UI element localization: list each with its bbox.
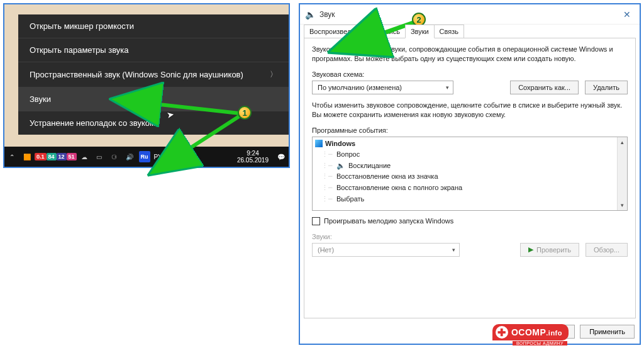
ocomp-watermark: ✚ OCOMP.info [492, 324, 569, 340]
ctx-label: Открыть микшер громкости [30, 21, 134, 31]
ctx-spatial-sound[interactable]: Пространственный звук (Windows Sonic для… [18, 62, 289, 87]
apply-button[interactable]: Применить [580, 325, 635, 339]
events-root-node[interactable]: Windows [315, 138, 616, 150]
events-listbox[interactable]: Windows ⋮┄Вопрос ⋮┄🔈Восклицание ⋮┄Восста… [312, 137, 628, 211]
tab-sounds[interactable]: Звуки [405, 25, 435, 38]
sound-dialog-icon: 🔈 [305, 9, 316, 20]
scrollbar[interactable]: ▴ ▾ [617, 137, 627, 210]
chevron-right-icon: 〉 [270, 69, 277, 80]
sound-file-dropdown[interactable]: (Нет) ▾ [312, 243, 460, 257]
window-title: Звук [319, 10, 335, 19]
taskbar-clock[interactable]: 9:24 26.05.2019 [232, 149, 274, 165]
scheme-label: Звуковая схема: [312, 70, 628, 78]
tray-badge-2[interactable]: 84 [47, 153, 57, 160]
language-text[interactable]: РУС [154, 151, 167, 162]
tab-recording[interactable]: Запись [372, 25, 406, 38]
events-description: Чтобы изменить звуковое сопровождение, щ… [312, 101, 628, 120]
clock-time: 9:24 [237, 150, 269, 157]
events-label: Программные события: [312, 126, 628, 134]
event-item[interactable]: ⋮┄🔈Восклицание [315, 160, 616, 172]
plus-icon: ✚ [496, 326, 508, 339]
tab-strip: Воспроизведение Запись Звуки Связь [304, 25, 636, 38]
event-item[interactable]: ⋮┄Выбрать [315, 194, 616, 205]
sound-dialog-window: 🔈 Звук ✕ Воспроизведение Запись Звуки Св… [299, 3, 641, 345]
ctx-open-sound-settings[interactable]: Открыть параметры звука [18, 38, 289, 62]
notifications-icon[interactable]: 💬 [275, 151, 287, 162]
volume-icon[interactable]: 🔊 [124, 151, 135, 162]
watermark-subtitle: ВОПРОСЫ АДМИНУ [513, 341, 567, 345]
scroll-down-icon[interactable]: ▾ [618, 200, 627, 210]
watermark-text: OCOMP.info [511, 327, 562, 337]
tray-shield-icon[interactable]: 🟧 [21, 151, 33, 162]
clock-date: 26.05.2019 [237, 157, 269, 164]
tray-badge-4[interactable]: 51 [67, 153, 77, 160]
language-indicator-icon[interactable]: Ru [139, 151, 150, 162]
scheme-dropdown[interactable]: По умолчанию (изменена) ▾ [312, 81, 453, 94]
wifi-icon[interactable]: ⚆ [109, 151, 120, 162]
sound-file-value: (Нет) [318, 246, 334, 254]
left-screenshot-panel: Открыть микшер громкости Открыть парамет… [3, 3, 290, 168]
ctx-open-mixer[interactable]: Открыть микшер громкости [18, 14, 289, 38]
event-item[interactable]: ⋮┄Восстановление окна с полного экрана [315, 182, 616, 194]
event-item[interactable]: ⋮┄Вопрос [315, 149, 616, 160]
ctx-label: Устранение неполадок со звуком [30, 118, 155, 128]
checkbox-label: Проигрывать мелодию запуска Windows [324, 217, 453, 225]
scheme-description: Звуковая схема задает звуки, сопровождаю… [312, 45, 628, 64]
titlebar: 🔈 Звук ✕ [300, 4, 640, 25]
close-button[interactable]: ✕ [619, 9, 635, 20]
annotation-badge-1: 1 [238, 106, 252, 120]
scheme-value: По умолчанию (изменена) [318, 84, 402, 91]
play-startup-sound-checkbox[interactable]: Проигрывать мелодию запуска Windows [312, 217, 628, 225]
chevron-down-icon: ▾ [446, 84, 449, 91]
ctx-label: Открыть параметры звука [30, 45, 129, 55]
delete-button[interactable]: Удалить [585, 81, 628, 94]
dialog-body: Воспроизведение Запись Звуки Связь Звуко… [304, 25, 636, 318]
play-icon: ▶ [528, 245, 533, 254]
test-sound-button[interactable]: ▶ Проверить [520, 243, 579, 257]
checkbox-icon [312, 217, 320, 225]
ctx-label: Звуки [30, 94, 51, 104]
speaker-icon: 🔈 [336, 160, 345, 172]
sounds-label: Звуки: [312, 233, 628, 240]
tray-badge-3[interactable]: 12 [57, 153, 67, 160]
tab-content-sounds: Звуковая схема задает звуки, сопровождаю… [304, 38, 636, 318]
events-root-label: Windows [325, 138, 355, 150]
tab-communications[interactable]: Связь [434, 25, 464, 38]
onedrive-icon[interactable]: ☁ [79, 151, 90, 162]
browse-button[interactable]: Обзор... [586, 243, 628, 257]
scroll-up-icon[interactable]: ▴ [618, 137, 627, 147]
save-as-button[interactable]: Сохранить как... [510, 81, 579, 94]
tab-playback[interactable]: Воспроизведение [304, 25, 372, 38]
tray-badge-1[interactable]: 0.1 [35, 153, 47, 160]
battery-icon[interactable]: ▭ [94, 151, 105, 162]
chevron-down-icon: ▾ [452, 247, 455, 253]
ctx-label: Пространственный звук (Windows Sonic для… [30, 70, 243, 79]
event-item[interactable]: ⋮┄Восстановление окна из значка [315, 171, 616, 182]
taskbar: ⌃ 🟧 0.1 84 12 51 ☁ ▭ ⚆ 🔊 Ru РУС 9:24 26.… [4, 147, 289, 167]
windows-icon [315, 140, 323, 147]
tray-chevron-icon[interactable]: ⌃ [6, 151, 18, 162]
